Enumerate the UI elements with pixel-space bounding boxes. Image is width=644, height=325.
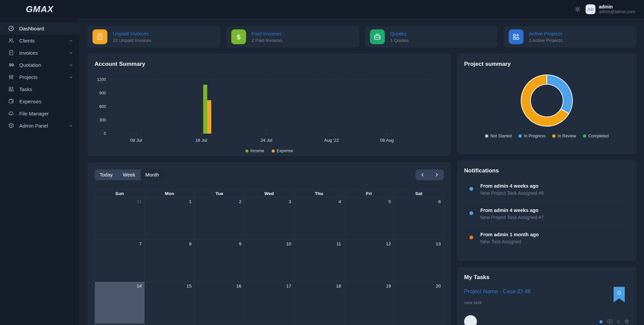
calendar-day-cell[interactable]: 13 — [394, 240, 444, 282]
x-axis-label: Aug '22 — [324, 138, 339, 143]
calendar-day-number: 1 — [189, 199, 192, 204]
calendar-day-cell[interactable]: 1 — [145, 197, 195, 240]
notification-title: From admin 1 month ago — [480, 232, 629, 237]
theme-toggle-sun-icon[interactable] — [574, 6, 581, 12]
svg-text:99: 99 — [9, 62, 14, 67]
calendar-day-cell[interactable]: 18 — [294, 282, 344, 324]
sidebar-item-dashboard[interactable]: Dashboard — [0, 22, 79, 34]
income-bar — [203, 85, 207, 134]
y-axis-tick-label: 0 — [104, 131, 106, 136]
stat-title[interactable]: Active Projects — [529, 31, 563, 37]
clients-icon — [8, 37, 14, 44]
stat-card-unpaid-invoices[interactable]: Unpaid Invoices 22 Unpaid Invoices — [87, 26, 220, 48]
calendar-day-cell[interactable]: 20 — [394, 282, 444, 324]
calendar-day-number: 18 — [336, 283, 341, 289]
notification-text: New Project Task Assigned #7 — [480, 215, 629, 220]
my-tasks-title: My Tasks — [464, 274, 629, 281]
calendar-day-cell[interactable]: 14 — [95, 282, 145, 324]
notifications-list: From admin 4 weeks ago New Project Task … — [464, 178, 629, 250]
calendar-day-cell[interactable]: 19 — [344, 282, 394, 324]
sidebar-item-invoices[interactable]: Invoices — [0, 47, 79, 59]
calendar-day-cell[interactable]: 3 — [244, 197, 294, 240]
legend-item-in-review[interactable]: In Review — [552, 134, 576, 138]
notification-item[interactable]: From admin 1 month ago New Task Assigned — [464, 226, 629, 250]
legend-item-completed[interactable]: Completed — [583, 134, 609, 138]
y-axis-tick-label: 300 — [99, 118, 106, 123]
sidebar-item-tasks[interactable]: Tasks — [0, 83, 79, 95]
sidebar-item-admin-panel[interactable]: Admin Panel — [0, 119, 79, 132]
gridline — [110, 79, 436, 80]
stat-subtitle: 1 Quotes — [390, 38, 409, 43]
delete-task-icon[interactable] — [624, 319, 629, 324]
assignee-avatar — [464, 315, 477, 325]
x-axis-tick-mark — [266, 134, 267, 136]
calendar-card: Today Week Month Sun — [87, 162, 451, 325]
calendar-day-cell[interactable]: 31 — [95, 197, 145, 240]
calendar-day-cell[interactable]: 2 — [194, 197, 244, 240]
stat-title[interactable]: Paid Invoices — [251, 31, 283, 37]
calendar-view-switcher: Today Week Month — [95, 169, 164, 180]
calendar-weekday-header: Sun Mon Tue Wed Thu Fri Sat — [95, 190, 444, 197]
calendar-day-cell[interactable]: 11 — [294, 240, 344, 282]
tasks-icon — [8, 86, 14, 92]
weekday-label: Sat — [394, 190, 444, 197]
sidebar-item-file-manager[interactable]: File Manager — [0, 107, 79, 119]
calendar-day-cell[interactable]: 6 — [394, 197, 444, 240]
calendar-day-cell[interactable]: 4 — [294, 197, 344, 240]
calendar-day-number: 8 — [189, 241, 192, 246]
app-logo[interactable]: GMAX — [0, 4, 79, 15]
calendar-day-cell[interactable]: 12 — [344, 240, 394, 282]
calendar-day-cell[interactable]: 15 — [145, 282, 195, 324]
invoices-icon — [8, 50, 14, 56]
calendar-day-cell[interactable]: 16 — [194, 282, 244, 324]
account-summary-card: Account Summary 08 Jul 16 Jul 24 Jul Aug… — [87, 54, 451, 156]
sidebar-item-quotation[interactable]: 99 Quotation — [0, 59, 79, 71]
month-button[interactable]: Month — [140, 169, 164, 180]
admin-panel-icon — [8, 123, 14, 129]
notifications-card: Notifications From admin 4 weeks ago New… — [457, 160, 637, 261]
week-button[interactable]: Week — [118, 169, 140, 180]
notification-item[interactable]: From admin 4 weeks ago New Project Task … — [464, 202, 629, 226]
notification-item[interactable]: From admin 4 weeks ago New Project Task … — [464, 178, 629, 202]
calendar-day-cell[interactable]: 7 — [95, 240, 145, 282]
stat-title[interactable]: Unpaid Invoices — [113, 31, 152, 37]
legend-item-income[interactable]: Income — [245, 148, 264, 153]
calendar-day-cell[interactable]: 10 — [244, 240, 294, 282]
stat-subtitle: 22 Unpaid Invoices — [113, 38, 152, 43]
in-progress-legend-dot — [518, 134, 522, 138]
calendar-day-number: 13 — [436, 241, 441, 246]
calendar-day-number: 31 — [137, 199, 142, 204]
legend-item-not-started[interactable]: Not Started — [485, 134, 512, 138]
weekday-label: Mon — [145, 190, 195, 197]
calendar-day-number: 11 — [337, 241, 341, 246]
stat-card-quotes[interactable]: Quotes 1 Quotes — [365, 26, 498, 48]
calendar-day-cell[interactable]: 8 — [145, 240, 195, 282]
sidebar-item-projects[interactable]: Projects — [0, 71, 79, 83]
project-summary-donut-chart — [519, 73, 574, 128]
stat-subtitle: 1 Active Projects — [529, 38, 563, 43]
sidebar-item-clients[interactable]: Clients — [0, 34, 79, 47]
stat-title[interactable]: Quotes — [390, 31, 409, 37]
stat-card-paid-invoices[interactable]: Paid Invoices 2 Paid Invoices — [226, 26, 359, 48]
calendar-day-cell[interactable]: 9 — [194, 240, 244, 282]
comments-icon[interactable] — [607, 319, 613, 325]
sidebar-item-expenses[interactable]: Expenses — [0, 95, 79, 107]
calendar-day-number: 10 — [286, 241, 291, 246]
next-month-button[interactable] — [430, 169, 444, 180]
topbar: GMAX AD admin admin@admin.com — [0, 0, 644, 19]
task-title-link[interactable]: Project Name - Case ID #8 — [464, 288, 629, 295]
user-menu[interactable]: AD admin admin@admin.com — [586, 4, 635, 14]
legend-item-in-progress[interactable]: In Progress — [518, 134, 545, 138]
sidebar: Dashboard Clients Invoices 99 Quotatio — [0, 19, 79, 325]
stat-card-active-projects[interactable]: Active Projects 1 Active Projects — [504, 26, 637, 48]
in-review-legend-dot — [552, 134, 556, 138]
calendar-day-number: 20 — [436, 283, 441, 289]
calendar-day-cell[interactable]: 17 — [244, 282, 294, 324]
prev-month-button[interactable] — [415, 169, 430, 180]
completed-legend-dot — [583, 134, 586, 138]
calendar-day-cell[interactable]: 5 — [344, 197, 394, 240]
invoice-icon — [92, 29, 107, 44]
today-button[interactable]: Today — [95, 169, 118, 180]
chevron-down-icon — [69, 124, 73, 128]
legend-item-expense[interactable]: Expense — [272, 148, 293, 153]
